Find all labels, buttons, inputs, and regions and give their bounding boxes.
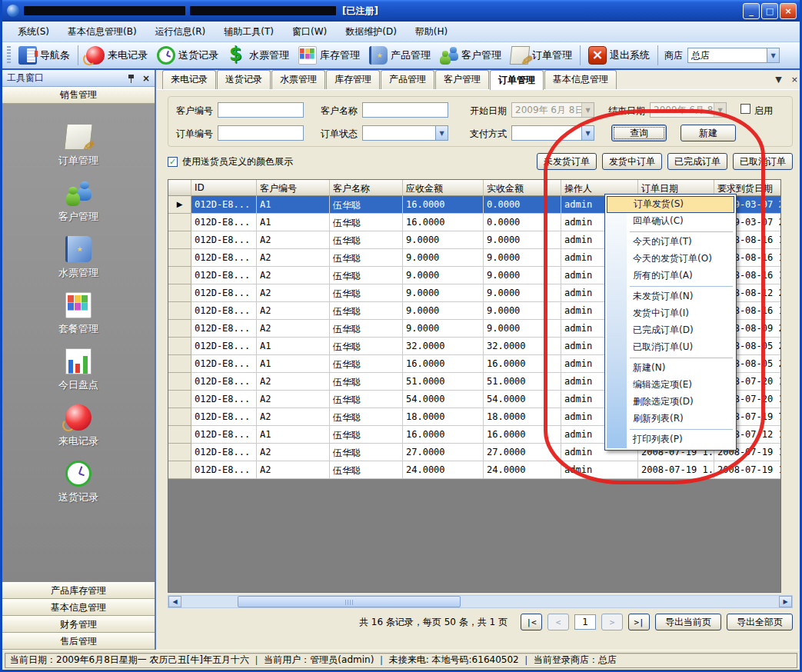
close-icon[interactable]: × [791,75,798,85]
customer-name-input[interactable] [362,102,448,118]
menubar-item[interactable]: 辅助工具(T) [215,22,283,42]
tab-来电记录[interactable]: 来电记录 [162,70,216,89]
status-filter-button[interactable]: 未发货订单 [537,153,597,170]
last-page-button[interactable]: >| [628,614,650,630]
customer-no-input[interactable] [218,102,304,118]
column-header[interactable]: 实收金额 [484,180,561,196]
context-menu-item[interactable]: 今天的发货订单(O) [607,251,734,268]
status-filter-button[interactable]: 发货中订单 [602,153,662,170]
context-menu-item[interactable]: 未发货订单(N) [607,288,734,305]
column-header[interactable]: ID [191,180,257,196]
close-button[interactable]: × [780,3,797,19]
sidebar-item-chart-bars[interactable]: 今日盘点 [58,348,98,392]
sidebar-section-sales[interactable]: 销售管理 [2,87,155,104]
new-button[interactable]: 新建 [681,125,736,141]
context-menu-item[interactable]: 订单发货(S) [607,196,734,213]
toolbar-button-customers[interactable]: 客户管理 [435,45,506,66]
tab-客户管理[interactable]: 客户管理 [435,70,489,89]
pay-method-select[interactable]: ▼ [511,125,594,141]
toolbar-button-product-book[interactable]: 产品管理 [364,45,435,66]
context-menu-item[interactable]: 发货中订单(I) [607,305,734,322]
menubar-item[interactable]: 运行信息(R) [146,22,215,42]
context-menu-item[interactable]: 刷新列表(R) [607,411,734,427]
tab-送货记录[interactable]: 送货记录 [217,70,271,89]
menubar-item[interactable]: 帮助(H) [406,22,457,42]
order-status-select[interactable]: ▼ [362,125,448,141]
sidebar-section-bar[interactable]: 售后管理 [2,633,155,650]
context-menu-item[interactable]: 打印列表(P) [607,431,734,448]
pagination-bar: 共 16 条记录，每页 50 条，共 1 页 |< < > >| 导出当前页 导… [168,611,793,633]
toolbar-separator [657,45,658,65]
tab-产品管理[interactable]: 产品管理 [381,70,434,89]
column-header[interactable]: 客户编号 [257,180,330,196]
context-menu-item[interactable]: 所有的订单(A) [607,268,734,284]
horizontal-scrollbar[interactable]: ◀ ▶ [168,595,793,608]
prev-page-button[interactable]: < [547,614,569,630]
exit-icon [588,46,607,65]
toolbar-button-inventory-grid[interactable]: 库存管理 [294,45,364,66]
order-no-input[interactable] [218,125,304,141]
start-date-picker[interactable]: 2009年 6月 8日 ▼ [511,102,594,118]
sidebar-section-bar[interactable]: 基本信息管理 [2,599,155,616]
column-header[interactable]: 客户名称 [330,180,403,196]
table-cell: 9.0000 [403,320,484,338]
page-number-input[interactable] [574,614,596,630]
tab-订单管理[interactable]: 订单管理 [490,70,544,90]
menubar-item[interactable]: 窗口(W) [283,22,336,42]
table-cell: admin [561,461,638,479]
sidebar-item-delivery-clock[interactable]: 送货记录 [58,461,98,504]
status-filter-button[interactable]: 已完成订单 [667,153,727,170]
toolbar-button-delivery-clock[interactable]: 送货记录 [152,45,223,66]
pin-icon[interactable] [127,74,136,83]
tab-水票管理[interactable]: 水票管理 [271,70,325,89]
next-page-button[interactable]: > [601,614,623,630]
sidebar-item-water-ticket-card[interactable]: 水票管理 [58,236,98,280]
scrollbar-thumb[interactable] [238,596,461,607]
context-menu-item[interactable]: 已取消订单(U) [607,339,734,356]
toolbar-button-navigator-book[interactable]: 导航条 [14,45,75,66]
sidebar-section-bar[interactable]: 产品库存管理 [2,582,155,599]
column-header[interactable]: 应收金额 [403,180,484,196]
scroll-left-icon[interactable]: ◀ [168,596,181,607]
table-cell: 012D-E8... [191,214,257,231]
minimize-button[interactable]: _ [743,3,760,19]
grid-corner-header[interactable] [168,180,191,196]
end-date-picker[interactable]: 2009年 6月 8日 ▼ [650,102,727,118]
menubar-item[interactable]: 数据维护(D) [336,22,406,42]
table-cell: 51.0000 [484,373,561,391]
table-row[interactable]: 012D-E8...A2伍华聪24.000024.0000admin2008-0… [168,461,780,479]
sidebar-item-call-bell[interactable]: 来电记录 [58,404,98,448]
row-indicator [168,231,191,249]
context-menu-item[interactable]: 回单确认(C) [607,213,734,230]
export-all-pages-button[interactable]: 导出全部页 [727,614,793,630]
sidebar-section-bar[interactable]: 财务管理 [2,616,155,633]
enable-checkbox[interactable] [740,104,750,114]
customers-icon [440,46,458,65]
context-menu-item[interactable]: 删除选定项(D) [607,394,734,411]
context-menu-item[interactable]: 已完成订单(D) [607,322,734,339]
maximize-button[interactable]: □ [761,3,778,19]
query-button[interactable]: 查询 [611,125,667,141]
export-current-page-button[interactable]: 导出当前页 [655,614,721,630]
toolbar-button-exit[interactable]: 退出系统 [584,45,654,66]
first-page-button[interactable]: |< [521,614,542,630]
tab-基本信息管理[interactable]: 基本信息管理 [544,70,617,89]
sidebar-item-customers[interactable]: 客户管理 [58,180,98,224]
toolbar-button-order-pen[interactable]: 订单管理 [506,45,577,66]
sidebar-item-order-pen[interactable]: 订单管理 [58,124,98,168]
color-checkbox[interactable]: ✓ [168,157,178,167]
context-menu-item[interactable]: 新建(N) [607,360,734,377]
shop-select[interactable]: 总店▼ [687,48,780,63]
menubar-item[interactable]: 系统(S) [8,22,58,42]
menubar-item[interactable]: 基本信息管理(B) [58,22,146,42]
sidebar-item-package-grid[interactable]: 套餐管理 [58,292,98,336]
scroll-right-icon[interactable]: ▶ [779,596,792,607]
context-menu-item[interactable]: 编辑选定项(E) [607,377,734,394]
close-icon[interactable]: × [142,74,150,83]
toolbar-button-dollar[interactable]: 水票管理 [223,45,294,66]
status-filter-button[interactable]: 已取消订单 [733,153,793,170]
context-menu-item[interactable]: 今天的订单(T) [607,234,734,251]
toolbar-button-call-bell[interactable]: 来电记录 [82,45,152,66]
chevron-down-icon[interactable]: ▼ [775,75,781,85]
tab-库存管理[interactable]: 库存管理 [326,70,380,89]
